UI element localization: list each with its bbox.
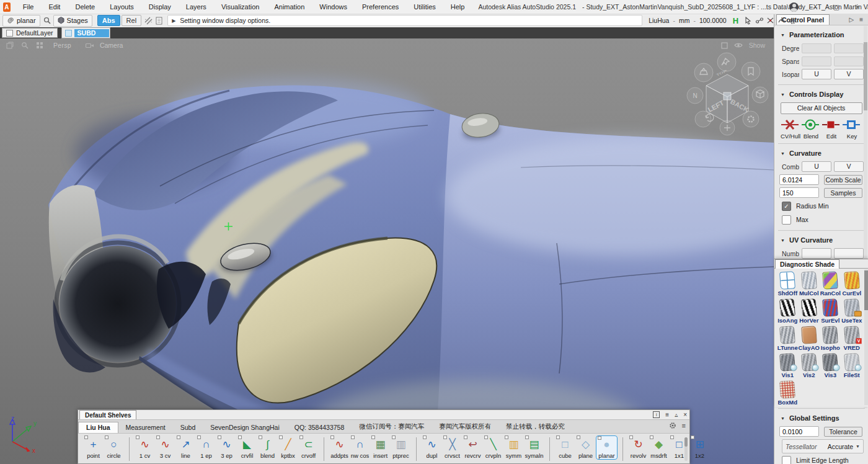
radius-min-checkbox[interactable]: ✓ — [782, 202, 791, 211]
shelf-tab[interactable]: Measurement — [118, 422, 173, 433]
uv-number-v[interactable] — [834, 248, 864, 259]
tool-1-cv[interactable]: ∿1 cv — [135, 435, 155, 459]
shelves-titlebar[interactable]: Default Shelves i ≡ ▵ × — [78, 410, 689, 420]
tool-revcrv[interactable]: ↩revcrv — [463, 435, 483, 459]
tool-crvfil[interactable]: ◣crvfil — [237, 435, 257, 459]
menu-help[interactable]: Help — [443, 3, 472, 11]
user-avatar[interactable] — [789, 2, 799, 12]
diag-shade-surevl[interactable]: SurEvl — [820, 299, 841, 324]
clayao-shade-icon[interactable] — [801, 326, 817, 344]
surevl-shade-icon[interactable] — [822, 298, 838, 317]
menu-visualization[interactable]: Visualization — [214, 3, 267, 11]
tolerance-input[interactable] — [779, 426, 819, 437]
diag-shade-usetex[interactable]: UseTex — [841, 299, 863, 324]
tool-crvsct[interactable]: ╳crvsct — [442, 435, 463, 459]
mulcol-shade-icon[interactable] — [801, 271, 817, 290]
tool-option-box[interactable] — [484, 435, 488, 439]
diag-shade-shdoff[interactable]: ShdOff — [777, 272, 799, 297]
tool-cube[interactable]: □cube — [555, 435, 575, 459]
user-name[interactable]: LiuHua — [649, 17, 669, 24]
diag-shade-rancol[interactable]: RanCol — [820, 272, 841, 297]
abs-toggle[interactable]: Abs — [97, 15, 120, 26]
layout-grid-icon[interactable] — [35, 40, 45, 50]
diagnostic-scrollbar[interactable] — [864, 269, 868, 405]
menu-layers[interactable]: Layers — [179, 3, 214, 11]
samples-button[interactable]: Samples — [824, 188, 862, 198]
view-name[interactable]: Persp — [53, 42, 71, 49]
snap-grid-icon[interactable] — [766, 16, 775, 25]
collapse-icon[interactable]: ▼ — [781, 151, 785, 156]
tool-crvoff[interactable]: ⊂crvoff — [298, 435, 319, 459]
undo-view-icon[interactable] — [695, 111, 711, 127]
tool-option-box[interactable] — [371, 435, 375, 439]
isopho-shade-icon[interactable] — [822, 326, 838, 344]
tool-option-box[interactable] — [238, 435, 242, 439]
scale-value[interactable]: 100.0000 — [699, 17, 727, 24]
camera-icon[interactable] — [85, 40, 95, 50]
menu-display[interactable]: Display — [141, 3, 179, 11]
tool-point[interactable]: +point — [83, 435, 104, 459]
tool-option-box[interactable] — [650, 435, 653, 439]
ltunne-shade-icon[interactable] — [779, 326, 795, 344]
tool-ptprec[interactable]: ▥ptprec — [391, 435, 411, 459]
close-button[interactable]: × — [847, 3, 868, 11]
alias-logo-icon[interactable]: A — [3, 2, 11, 12]
tool-1x2[interactable]: ⊞1x2 — [689, 435, 710, 459]
stages-button[interactable]: Stages — [53, 15, 92, 27]
vis3-shade-icon[interactable] — [822, 353, 838, 372]
tool-3-cv[interactable]: ∿3 cv — [155, 435, 175, 459]
tool-blend[interactable]: ∫blend — [257, 435, 278, 459]
tool-option-box[interactable] — [84, 435, 88, 439]
horver-shade-icon[interactable] — [801, 298, 817, 317]
diag-shade-vis3[interactable]: Vis3 — [820, 354, 841, 378]
clear-all-objects-button[interactable]: Clear All Objects — [781, 102, 862, 114]
tool-addpts[interactable]: ∿addpts — [329, 435, 350, 459]
menu-utilities[interactable]: Utilities — [406, 3, 443, 11]
tolerance-button[interactable]: Tolerance — [824, 427, 862, 437]
diag-shade-horver[interactable]: HorVer — [799, 299, 820, 324]
bookmark-icon[interactable] — [742, 62, 760, 81]
snap-point-icon[interactable] — [755, 16, 764, 25]
tool-crvpln[interactable]: ╲crvpln — [483, 435, 503, 459]
tool-option-box[interactable] — [691, 435, 694, 439]
collapse-icon[interactable]: ▼ — [781, 92, 785, 97]
section-global-settings[interactable]: ▼ Global Settings — [774, 411, 868, 425]
section-uv-curvature[interactable]: ▼ UV Curvature — [774, 233, 868, 247]
prompt-arrow-icon[interactable]: ▶ — [172, 18, 175, 24]
units-value[interactable]: mm — [679, 17, 690, 24]
viewport-search-icon[interactable] — [20, 40, 30, 50]
layer-checkbox[interactable] — [65, 30, 72, 37]
toolbar-gear-icon[interactable] — [789, 16, 797, 25]
comb-scale-button[interactable]: Comb Scale — [824, 175, 862, 185]
tool-option-box[interactable] — [218, 435, 221, 439]
panel-play-icon[interactable]: ▷ — [849, 16, 854, 23]
section-controls-display[interactable]: ▼ Controls Display — [774, 87, 868, 101]
shelf-menu-icon[interactable]: ≡ — [665, 411, 669, 418]
comb-u-button[interactable]: U — [802, 161, 831, 172]
current-tool-button[interactable]: planar — [2, 15, 40, 27]
limit-edge-checkbox[interactable] — [782, 456, 791, 464]
shelf-tab[interactable]: Liu Hua — [78, 422, 118, 433]
tool-option-box[interactable] — [105, 435, 108, 439]
camera-label[interactable]: Camera — [100, 42, 123, 49]
minimize-button[interactable]: – — [805, 3, 826, 11]
tool-symaln[interactable]: ▤symaln — [524, 435, 544, 459]
diag-shade-mulcol[interactable]: MulCol — [799, 272, 820, 297]
blend-toggle[interactable]: Blend — [801, 118, 821, 140]
diag-shade-isopho[interactable]: Isopho — [820, 326, 841, 351]
tool-option-box[interactable] — [197, 435, 201, 439]
shdoff-shade-icon[interactable] — [779, 271, 795, 290]
rancol-shade-icon[interactable] — [822, 271, 838, 290]
shelf-list-icon[interactable]: ≡ — [682, 422, 686, 429]
viewport[interactable]: Persp Camera Show — [0, 38, 774, 464]
collapse-icon[interactable]: ▼ — [781, 238, 785, 243]
edit-toggle[interactable]: Edit — [822, 118, 841, 140]
isoparm-v-button[interactable]: V — [834, 69, 864, 79]
diag-shade-ltunne[interactable]: LTunne — [777, 326, 799, 351]
viewcube-gear-icon[interactable] — [743, 111, 759, 127]
shelves-title[interactable]: Default Shelves — [79, 410, 136, 419]
cvhull-toggle[interactable]: CV/Hull — [781, 118, 800, 140]
vred-shade-icon[interactable]: V — [844, 326, 860, 344]
tool-option-box[interactable] — [505, 435, 508, 439]
usetex-shade-icon[interactable] — [844, 298, 860, 317]
